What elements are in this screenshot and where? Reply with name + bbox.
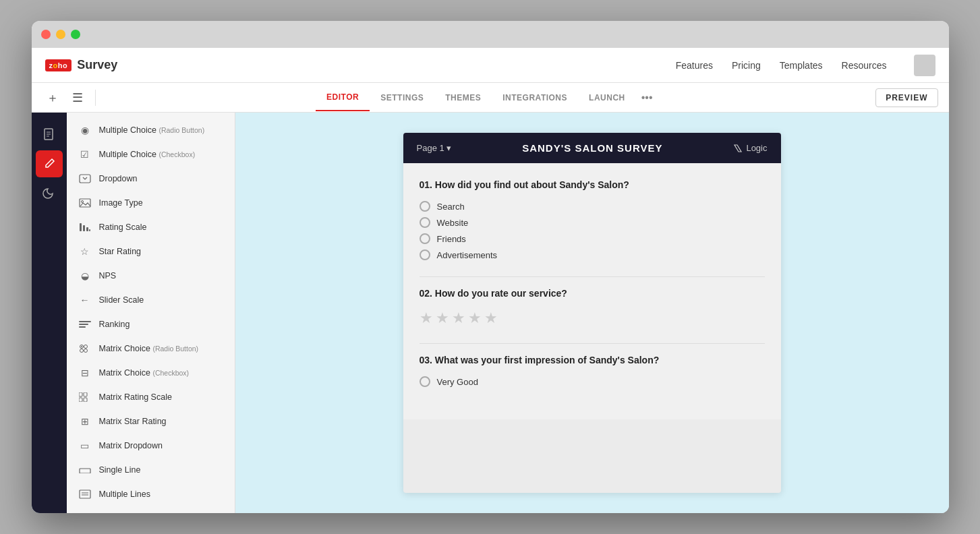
content-layout: ◉ Multiple Choice (Radio Button) ☑ Multi…	[32, 113, 949, 513]
star-4[interactable]: ★	[468, 309, 482, 327]
radio-circle	[420, 233, 430, 244]
option-website[interactable]: Website	[420, 214, 765, 231]
radio-circle	[420, 376, 430, 387]
more-options[interactable]: •••	[636, 92, 658, 104]
option-very-good[interactable]: Very Good	[420, 374, 765, 390]
star-3[interactable]: ★	[452, 309, 465, 327]
add-icon[interactable]: ＋	[42, 87, 63, 109]
tab-launch[interactable]: LAUNCH	[578, 85, 636, 111]
svg-rect-7	[80, 223, 82, 231]
option-search[interactable]: Search	[420, 198, 765, 214]
svg-rect-11	[79, 321, 91, 322]
matrix-radio-icon	[78, 341, 92, 356]
nav-resources[interactable]: Resources	[842, 60, 887, 71]
multiple-lines-icon	[78, 487, 92, 502]
list-icon[interactable]: ☰	[68, 88, 87, 108]
minimize-button[interactable]	[56, 30, 65, 39]
qtype-matrix-choice-radio[interactable]: Matrix Choice (Radio Button)	[67, 336, 235, 361]
svg-rect-13	[79, 326, 86, 328]
qtype-ranking[interactable]: Ranking	[67, 312, 235, 336]
svg-rect-21	[79, 398, 82, 402]
app-window: zoho Survey Features Pricing Templates R…	[32, 21, 949, 513]
option-friends[interactable]: Friends	[420, 231, 765, 247]
question-3-text: 03. What was your first impression of Sa…	[420, 355, 765, 365]
star-2[interactable]: ★	[436, 309, 449, 327]
matrix-checkbox-icon: ⊟	[78, 365, 92, 380]
divider	[420, 276, 765, 277]
qtype-slider-scale[interactable]: ← Slider Scale	[67, 288, 235, 312]
sidebar-pen-icon[interactable]	[36, 150, 63, 177]
svg-rect-24	[80, 490, 90, 498]
editor-area: Page 1 ▾ SANDY'S SALON SURVEY Logic 01.	[235, 113, 949, 513]
radio-circle	[420, 201, 430, 212]
qtype-dropdown[interactable]: Dropdown	[67, 167, 235, 191]
logic-button[interactable]: Logic	[733, 143, 767, 153]
zoho-logo: zoho	[45, 59, 72, 71]
logo-area: zoho Survey	[45, 58, 676, 72]
ranking-icon	[78, 317, 92, 332]
option-advertisements[interactable]: Advertisements	[420, 247, 765, 263]
qtype-matrix-rating[interactable]: Matrix Rating Scale	[67, 385, 235, 409]
star-5[interactable]: ★	[484, 309, 498, 327]
qtype-multiple-lines[interactable]: Multiple Lines	[67, 482, 235, 506]
svg-rect-12	[79, 324, 88, 325]
question-1-text: 01. How did you find out about Sandy's S…	[420, 179, 765, 190]
tab-integrations[interactable]: INTEGRATIONS	[492, 85, 578, 111]
single-line-icon	[78, 463, 92, 477]
qtype-star-rating[interactable]: ☆ Star Rating	[67, 239, 235, 264]
qtype-multiple-choice-checkbox[interactable]: ☑ Multiple Choice (Checkbox)	[67, 142, 235, 167]
svg-rect-9	[86, 227, 88, 231]
svg-rect-19	[79, 392, 82, 396]
nav-links: Features Pricing Templates Resources	[676, 55, 935, 76]
tab-settings[interactable]: SETTINGS	[370, 85, 434, 111]
tab-editor[interactable]: EDITOR	[316, 84, 370, 111]
top-navigation: zoho Survey Features Pricing Templates R…	[32, 48, 949, 83]
image-icon	[78, 196, 92, 210]
nav-templates[interactable]: Templates	[780, 60, 823, 71]
svg-point-6	[81, 201, 83, 203]
qtype-rating-scale[interactable]: Rating Scale	[67, 215, 235, 239]
question-2-text: 02. How do you rate our service?	[420, 288, 765, 299]
toolbar: ＋ ☰ EDITOR SETTINGS THEMES INTEGRATIONS …	[32, 83, 949, 113]
star-icon: ☆	[78, 244, 92, 259]
sidebar-document-icon[interactable]	[36, 121, 63, 148]
nav-features[interactable]: Features	[676, 60, 713, 71]
slider-icon: ←	[78, 293, 92, 307]
sidebar-moon-icon[interactable]	[36, 180, 63, 207]
radio-icon: ◉	[78, 123, 92, 138]
dropdown-icon	[78, 171, 92, 186]
nps-icon: ◒	[78, 268, 92, 283]
app-title: Survey	[77, 58, 117, 72]
survey-question-1: 01. How did you find out about Sandy's S…	[420, 179, 765, 263]
tab-themes[interactable]: THEMES	[434, 85, 492, 111]
user-avatar[interactable]	[914, 55, 935, 76]
svg-rect-20	[84, 392, 87, 396]
qtype-numeric[interactable]: 123 Numeric	[67, 506, 235, 513]
survey-header: Page 1 ▾ SANDY'S SALON SURVEY Logic	[403, 133, 781, 163]
qtype-matrix-star[interactable]: ⊞ Matrix Star Rating	[67, 409, 235, 434]
radio-circle	[420, 217, 430, 228]
question-panel: ◉ Multiple Choice (Radio Button) ☑ Multi…	[67, 113, 235, 513]
qtype-matrix-dropdown[interactable]: ▭ Matrix Dropdown	[67, 434, 235, 458]
preview-button[interactable]: PREVIEW	[875, 88, 938, 107]
survey-title: SANDY'S SALON SURVEY	[522, 142, 662, 154]
svg-rect-10	[89, 229, 90, 231]
qtype-single-line[interactable]: Single Line	[67, 458, 235, 482]
nav-pricing[interactable]: Pricing	[732, 60, 761, 71]
qtype-image[interactable]: Image Type	[67, 191, 235, 215]
svg-rect-4	[80, 175, 90, 183]
close-button[interactable]	[41, 30, 51, 39]
star-rating[interactable]: ★ ★ ★ ★ ★	[420, 307, 765, 330]
qtype-matrix-choice-checkbox[interactable]: ⊟ Matrix Choice (Checkbox)	[67, 361, 235, 385]
page-indicator[interactable]: Page 1 ▾	[417, 143, 452, 153]
qtype-nps[interactable]: ◒ NPS	[67, 264, 235, 288]
rating-scale-icon	[78, 220, 92, 235]
tabs: EDITOR SETTINGS THEMES INTEGRATIONS LAUN…	[104, 84, 871, 111]
qtype-multiple-choice-radio[interactable]: ◉ Multiple Choice (Radio Button)	[67, 118, 235, 142]
star-1[interactable]: ★	[420, 309, 433, 327]
main-area: ＋ ☰ EDITOR SETTINGS THEMES INTEGRATIONS …	[32, 83, 949, 513]
svg-rect-23	[80, 469, 90, 473]
sidebar	[32, 113, 67, 513]
maximize-button[interactable]	[71, 30, 80, 39]
survey-card: Page 1 ▾ SANDY'S SALON SURVEY Logic 01.	[403, 133, 781, 493]
